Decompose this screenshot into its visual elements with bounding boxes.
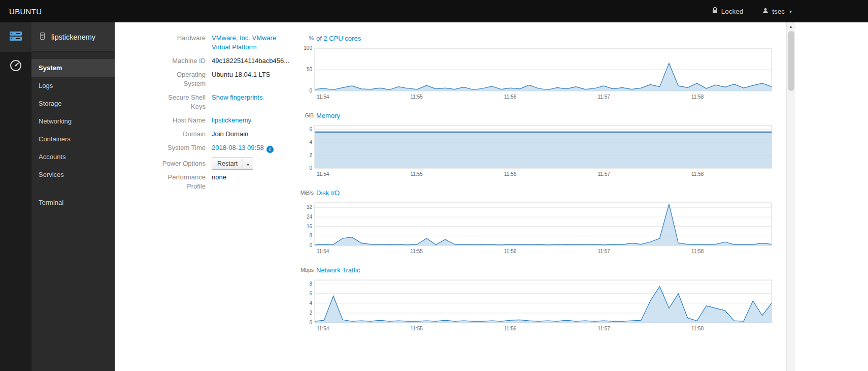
- sidebar-item-networking[interactable]: Networking: [31, 112, 115, 130]
- cpu-chart-title-link[interactable]: of 2 CPU cores: [316, 35, 361, 42]
- host-machine-icon: [39, 32, 46, 42]
- svg-text:2: 2: [309, 310, 312, 316]
- svg-text:4: 4: [309, 300, 312, 306]
- memory-chart-title-link[interactable]: Memory: [316, 112, 340, 119]
- svg-text:11:57: 11:57: [598, 94, 611, 100]
- system-page: Hardware VMware, Inc. VMware Virtual Pla…: [115, 22, 868, 371]
- svg-text:11:58: 11:58: [691, 249, 704, 254]
- svg-text:8: 8: [309, 281, 312, 287]
- svg-text:8: 8: [309, 233, 312, 238]
- sidebar: lipstickenemy SystemLogsStorageNetworkin…: [31, 22, 115, 371]
- lock-icon: [712, 7, 718, 15]
- network-unit-label: Mbps: [299, 267, 314, 273]
- disk-chart-plot: 0816243211:5411:5511:5611:5711:58: [299, 201, 777, 255]
- sidebar-item-system[interactable]: System: [31, 59, 115, 77]
- resource-charts: % of 2 CPU cores 05010011:5411:5511:5611…: [299, 33, 777, 342]
- sidebar-item-accounts[interactable]: Accounts: [31, 148, 115, 166]
- dashboard-view-button[interactable]: [0, 52, 31, 81]
- host-name-link[interactable]: lipstickenemy: [212, 116, 251, 124]
- user-label: tsec: [772, 8, 785, 15]
- scroll-up-arrow-icon[interactable]: ▲: [787, 22, 795, 30]
- cpu-usage-chart: % of 2 CPU cores 05010011:5411:5511:5611…: [299, 33, 777, 102]
- svg-text:11:54: 11:54: [317, 94, 329, 100]
- svg-text:0: 0: [309, 165, 312, 171]
- svg-text:100: 100: [304, 46, 312, 51]
- cpu-chart-plot: 05010011:5411:5511:5611:5711:58: [299, 46, 777, 100]
- sidebar-item-containers[interactable]: Containers: [31, 130, 115, 148]
- memory-usage-chart: GiB Memory 024611:5411:5511:5611:5711:58: [299, 110, 777, 179]
- sidebar-item-logs[interactable]: Logs: [31, 77, 115, 95]
- user-icon: [762, 8, 769, 15]
- host-name-label: lipstickenemy: [51, 33, 95, 41]
- host-selector[interactable]: lipstickenemy: [31, 22, 115, 52]
- svg-text:0: 0: [309, 320, 312, 325]
- svg-text:50: 50: [307, 67, 313, 72]
- svg-text:2: 2: [309, 152, 312, 158]
- svg-text:11:56: 11:56: [504, 94, 517, 100]
- network-chart-plot: 0246811:5411:5511:5611:5711:58: [299, 278, 777, 332]
- app-icon-strip: [0, 22, 31, 371]
- show-fingerprints-link[interactable]: Show fingerprints: [212, 94, 262, 101]
- svg-text:16: 16: [307, 224, 313, 229]
- chevron-down-icon: ▾: [789, 9, 792, 14]
- sidebar-menu: SystemLogsStorageNetworkingContainersAcc…: [31, 52, 115, 211]
- user-menu[interactable]: tsec ▾: [762, 8, 792, 15]
- disk-io-chart: MiB/s Disk I/O 0816243211:5411:5511:5611…: [299, 188, 777, 257]
- restart-dropdown-toggle[interactable]: ▾: [243, 158, 253, 169]
- cpu-unit-label: %: [299, 35, 314, 41]
- svg-text:11:57: 11:57: [598, 326, 611, 331]
- svg-text:11:55: 11:55: [411, 326, 423, 331]
- network-chart-title-link[interactable]: Network Traffic: [316, 266, 360, 274]
- memory-unit-label: GiB: [299, 112, 314, 118]
- svg-text:11:55: 11:55: [411, 249, 423, 254]
- svg-text:11:57: 11:57: [598, 171, 611, 177]
- svg-text:11:58: 11:58: [691, 326, 704, 331]
- svg-text:11:54: 11:54: [317, 171, 329, 177]
- memory-chart-plot: 024611:5411:5511:5611:5711:58: [299, 123, 777, 177]
- brand-title: UBUNTU: [0, 7, 51, 16]
- svg-text:11:57: 11:57: [598, 249, 611, 254]
- svg-text:11:58: 11:58: [691, 171, 704, 177]
- sidebar-item-services[interactable]: Services: [31, 166, 115, 183]
- svg-text:0: 0: [309, 88, 312, 94]
- network-traffic-chart: Mbps Network Traffic 0246811:5411:5511:5…: [299, 265, 777, 334]
- server-view-button[interactable]: [0, 22, 31, 52]
- svg-text:32: 32: [307, 204, 313, 210]
- top-navigation-bar: UBUNTU Locked tsec ▾: [0, 0, 868, 22]
- svg-text:11:58: 11:58: [691, 94, 704, 100]
- machine-id-value: 49c1822514114bacb456...: [212, 56, 289, 66]
- restart-button-group: Restart▾: [212, 158, 253, 170]
- scrollbar-thumb[interactable]: [788, 31, 794, 91]
- svg-text:24: 24: [307, 214, 313, 220]
- server-icon: [9, 30, 22, 44]
- locked-label: Locked: [721, 8, 744, 15]
- svg-text:11:54: 11:54: [317, 326, 329, 331]
- gauge-icon: [9, 59, 22, 74]
- svg-text:11:56: 11:56: [504, 326, 517, 331]
- svg-text:6: 6: [309, 291, 312, 296]
- performance-profile-value: none: [212, 173, 226, 191]
- svg-text:0: 0: [309, 242, 312, 248]
- os-value: Ubuntu 18.04.1 LTS: [212, 70, 270, 88]
- svg-text:4: 4: [309, 139, 312, 145]
- svg-text:11:56: 11:56: [504, 171, 517, 177]
- hardware-link[interactable]: VMware, Inc. VMware Virtual Platform: [212, 34, 288, 52]
- svg-text:11:55: 11:55: [411, 94, 423, 100]
- disk-chart-title-link[interactable]: Disk I/O: [316, 189, 340, 197]
- svg-text:11:56: 11:56: [504, 249, 517, 254]
- locked-indicator[interactable]: Locked: [712, 7, 744, 15]
- sidebar-item-storage[interactable]: Storage: [31, 95, 115, 112]
- vertical-scrollbar[interactable]: ▲: [786, 22, 795, 371]
- restart-button[interactable]: Restart: [212, 158, 243, 169]
- svg-text:11:55: 11:55: [411, 171, 423, 177]
- chevron-down-icon: ▾: [247, 162, 249, 167]
- sidebar-item-terminal[interactable]: Terminal: [31, 194, 115, 211]
- svg-text:6: 6: [309, 127, 312, 132]
- disk-unit-label: MiB/s: [299, 190, 314, 196]
- info-icon[interactable]: i: [266, 146, 274, 153]
- system-time-link[interactable]: 2018-08-13 09:58: [212, 144, 264, 151]
- join-domain-value[interactable]: Join Domain: [212, 130, 248, 139]
- svg-text:11:54: 11:54: [317, 249, 329, 254]
